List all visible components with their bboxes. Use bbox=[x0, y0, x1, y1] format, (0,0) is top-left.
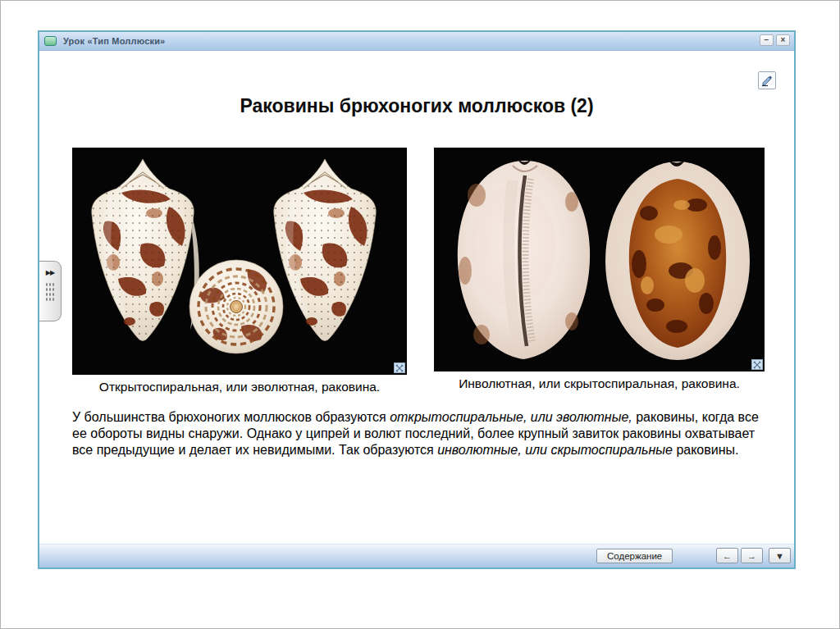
text-segment: У большинства брюхоногих моллюсков образ… bbox=[72, 410, 390, 424]
expand-arrows-icon bbox=[395, 364, 404, 372]
text-segment: раковины. bbox=[673, 443, 739, 457]
minimize-button[interactable]: − bbox=[760, 34, 774, 46]
fast-forward-icon: ▶▶ bbox=[39, 269, 61, 276]
slide-menu-dropdown-button[interactable]: ▼ bbox=[769, 548, 791, 563]
bottom-toolbar: Содержание ← → ▼ bbox=[39, 544, 794, 567]
window-titlebar: Урок «Тип Моллюски» − × bbox=[39, 32, 794, 51]
figure-involute-shell: Инволютная, или скрытоспиральная, ракови… bbox=[434, 148, 765, 391]
app-icon bbox=[44, 36, 57, 46]
cowrie-shells-photo bbox=[434, 148, 765, 371]
text-segment-italic: инволютные, или скрытоспиральные bbox=[437, 443, 673, 457]
close-button[interactable]: × bbox=[776, 34, 790, 46]
slide-content: Раковины брюхоногих моллюсков (2) bbox=[39, 51, 794, 545]
figure-caption-evolute: Открытоспиральная, или эволютная, ракови… bbox=[72, 380, 407, 394]
cone-shells-photo bbox=[72, 148, 407, 375]
cowrie-underside bbox=[458, 159, 590, 359]
expand-image-icon[interactable] bbox=[751, 359, 763, 370]
prev-slide-button[interactable]: ← bbox=[716, 548, 738, 563]
figure-caption-involute: Инволютная, или скрытоспиральная, ракови… bbox=[434, 376, 765, 391]
slide-title: Раковины брюхоногих моллюсков (2) bbox=[39, 95, 794, 117]
window-title: Урок «Тип Моллюски» bbox=[63, 36, 165, 46]
text-segment-italic: открытоспиральные, или эволютные, bbox=[390, 410, 632, 424]
screenshot-frame: Урок «Тип Моллюски» − × Раковины брюхоно… bbox=[0, 0, 840, 629]
navigation-buttons: ← → ▼ bbox=[714, 548, 791, 563]
evolute-shell-image[interactable] bbox=[72, 148, 407, 375]
figure-evolute-shell: Открытоспиральная, или эволютная, ракови… bbox=[72, 148, 407, 394]
body-paragraph: У большинства брюхоногих моллюсков образ… bbox=[72, 409, 768, 458]
involute-shell-image[interactable] bbox=[434, 148, 765, 371]
contents-button[interactable]: Содержание bbox=[596, 549, 673, 563]
edit-pencil-button[interactable] bbox=[758, 71, 776, 89]
grip-dots-icon bbox=[45, 282, 55, 302]
spiral-shell bbox=[189, 260, 283, 353]
lesson-window: Урок «Тип Моллюски» − × Раковины брюхоно… bbox=[38, 30, 796, 569]
pencil-icon bbox=[760, 74, 774, 87]
panel-toggle-tab[interactable]: ▶▶ bbox=[39, 261, 62, 321]
next-slide-button[interactable]: → bbox=[741, 548, 763, 563]
expand-image-icon[interactable] bbox=[394, 362, 405, 373]
expand-arrows-icon bbox=[753, 361, 761, 369]
